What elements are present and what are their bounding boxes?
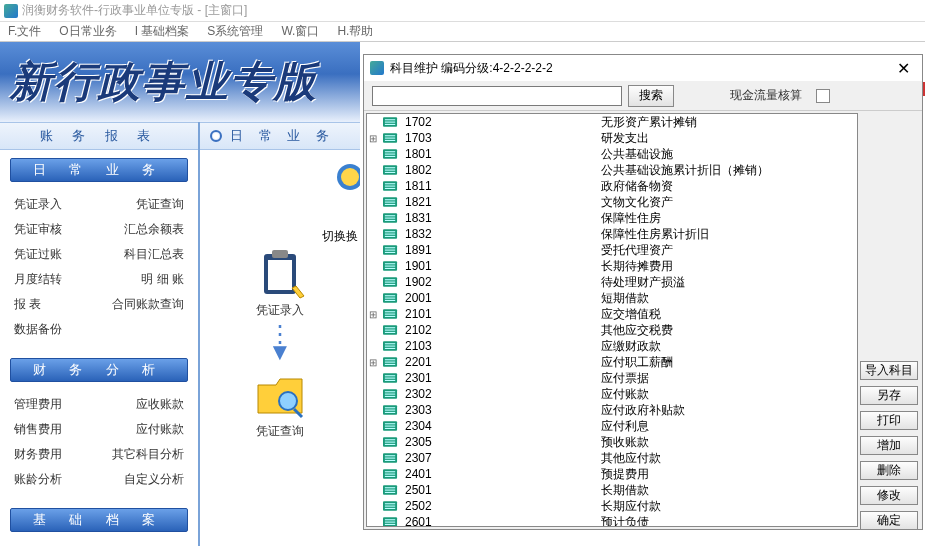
subject-icon (382, 180, 398, 193)
table-row[interactable]: 2303应付政府补贴款 (367, 402, 857, 418)
table-row[interactable]: 1902待处理财产损溢 (367, 274, 857, 290)
nav-link[interactable]: 合同账款查询 (112, 296, 184, 313)
table-row[interactable]: 1801公共基础设施 (367, 146, 857, 162)
dlg-btn-2[interactable]: 打印 (860, 411, 918, 430)
table-row[interactable]: 1831保障性住房 (367, 210, 857, 226)
nav-link[interactable]: 汇总余额表 (124, 221, 184, 238)
band-base[interactable]: 基 础 档 案 (10, 508, 188, 532)
table-row[interactable]: 2302应付账款 (367, 386, 857, 402)
table-row[interactable]: 1702无形资产累计摊销 (367, 114, 857, 130)
band-daily[interactable]: 日 常 业 务 (10, 158, 188, 182)
subject-icon (382, 228, 398, 241)
expander-icon[interactable]: ⊞ (367, 357, 379, 368)
panel-header-reports: 账 务 报 表 (0, 122, 198, 150)
close-icon[interactable]: ✕ (891, 59, 916, 78)
switch-icon[interactable] (330, 162, 360, 222)
table-row[interactable]: 1901长期待摊费用 (367, 258, 857, 274)
table-row[interactable]: 2304应付利息 (367, 418, 857, 434)
table-row[interactable]: ⊞2201应付职工薪酬 (367, 354, 857, 370)
menu-file[interactable]: F.文件 (8, 23, 41, 40)
nav-link[interactable]: 凭证录入 (14, 196, 62, 213)
table-row[interactable]: 2501长期借款 (367, 482, 857, 498)
svg-rect-21 (384, 172, 394, 173)
svg-rect-85 (384, 428, 394, 429)
subject-name: 预计负债 (601, 514, 649, 527)
nav-link[interactable]: 应收账款 (136, 396, 184, 413)
subject-icon (382, 212, 398, 225)
expander-icon[interactable]: ⊞ (367, 133, 379, 144)
menu-window[interactable]: W.窗口 (281, 23, 319, 40)
subject-code: 2502 (401, 499, 601, 513)
svg-rect-48 (384, 282, 394, 283)
dlg-btn-5[interactable]: 修改 (860, 486, 918, 505)
table-row[interactable]: ⊞2101应交增值税 (367, 306, 857, 322)
subject-tree[interactable]: 1702无形资产累计摊销⊞1703研发支出1801公共基础设施1802公共基础设… (366, 113, 858, 527)
search-button[interactable]: 搜索 (628, 85, 674, 107)
bullet-icon (210, 130, 222, 142)
table-row[interactable]: 1821文物文化资产 (367, 194, 857, 210)
nav-link[interactable]: 数据备份 (14, 321, 62, 338)
svg-rect-36 (384, 234, 394, 235)
svg-rect-71 (384, 375, 394, 376)
table-row[interactable]: 2305预收账款 (367, 434, 857, 450)
table-row[interactable]: 2502长期应付款 (367, 498, 857, 514)
nav-link[interactable]: 销售费用 (14, 421, 62, 438)
svg-rect-88 (384, 442, 394, 443)
expander-icon[interactable]: ⊞ (367, 309, 379, 320)
menu-help[interactable]: H.帮助 (337, 23, 373, 40)
menu-base[interactable]: I 基础档案 (135, 23, 190, 40)
table-row[interactable]: 1802公共基础设施累计折旧（摊销） (367, 162, 857, 178)
subject-code: 2401 (401, 467, 601, 481)
table-row[interactable]: 2307其他应付款 (367, 450, 857, 466)
switch-label[interactable]: 切换换 (322, 228, 358, 245)
nav-link[interactable]: 凭证审核 (14, 221, 62, 238)
svg-rect-15 (384, 151, 394, 152)
nav-link[interactable]: 财务费用 (14, 446, 62, 463)
table-row[interactable]: 2102其他应交税费 (367, 322, 857, 338)
dlg-btn-1[interactable]: 另存 (860, 386, 918, 405)
voucher-query[interactable]: 凭证查询 (252, 367, 308, 440)
table-row[interactable]: 2401预提费用 (367, 466, 857, 482)
nav-link[interactable]: 报 表 (14, 296, 41, 313)
svg-rect-41 (384, 252, 394, 253)
nav-link[interactable]: 明 细 账 (141, 271, 184, 288)
table-row[interactable]: ⊞1703研发支出 (367, 130, 857, 146)
nav-link[interactable]: 应付账款 (136, 421, 184, 438)
nav-link[interactable]: 凭证查询 (136, 196, 184, 213)
table-row[interactable]: 2001短期借款 (367, 290, 857, 306)
svg-rect-12 (384, 138, 394, 139)
svg-rect-33 (384, 220, 394, 221)
dlg-btn-3[interactable]: 增加 (860, 436, 918, 455)
table-row[interactable]: 1811政府储备物资 (367, 178, 857, 194)
dlg-btn-4[interactable]: 删除 (860, 461, 918, 480)
subject-icon (382, 276, 398, 289)
table-row[interactable]: 2103应缴财政款 (367, 338, 857, 354)
nav-link[interactable]: 其它科目分析 (112, 446, 184, 463)
svg-rect-29 (384, 204, 394, 205)
table-row[interactable]: 1832保障性住房累计折旧 (367, 226, 857, 242)
svg-rect-23 (384, 183, 394, 184)
nav-link[interactable]: 管理费用 (14, 396, 62, 413)
svg-rect-9 (384, 124, 394, 125)
table-row[interactable]: 1891受托代理资产 (367, 242, 857, 258)
menu-daily[interactable]: O日常业务 (59, 23, 116, 40)
dlg-btn-6[interactable]: 确定 (860, 511, 918, 530)
nav-link[interactable]: 科目汇总表 (124, 246, 184, 263)
subject-code: 1801 (401, 147, 601, 161)
svg-rect-16 (384, 154, 394, 155)
subject-name: 文物文化资产 (601, 194, 673, 211)
cash-flow-checkbox[interactable] (816, 89, 830, 103)
dlg-btn-0[interactable]: 导入科目 (860, 361, 918, 380)
band-analysis[interactable]: 财 务 分 析 (10, 358, 188, 382)
nav-link[interactable]: 自定义分析 (124, 471, 184, 488)
menu-system[interactable]: S系统管理 (207, 23, 263, 40)
voucher-entry[interactable]: 凭证录入 (252, 246, 308, 319)
svg-rect-87 (384, 439, 394, 440)
nav-link[interactable]: 凭证过账 (14, 246, 62, 263)
table-row[interactable]: 2301应付票据 (367, 370, 857, 386)
svg-rect-45 (384, 268, 394, 269)
search-input[interactable] (372, 86, 622, 106)
nav-link[interactable]: 月度结转 (14, 271, 62, 288)
nav-link[interactable]: 账龄分析 (14, 471, 62, 488)
table-row[interactable]: 2601预计负债 (367, 514, 857, 526)
